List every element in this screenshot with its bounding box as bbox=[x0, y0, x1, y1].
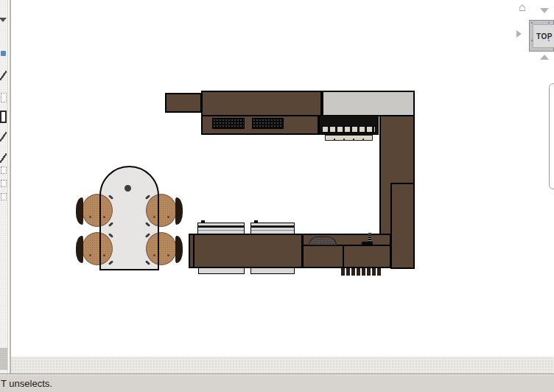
island-appliance-bottom[interactable] bbox=[198, 267, 245, 274]
island-appliance-bottom[interactable] bbox=[250, 267, 295, 274]
upper-cabinet-shallow[interactable] bbox=[165, 93, 202, 113]
tool-button-fragment[interactable] bbox=[0, 111, 7, 123]
dining-chair-back[interactable] bbox=[175, 236, 183, 263]
viewcube-corner-dot bbox=[531, 40, 533, 41]
range-grate[interactable] bbox=[322, 126, 376, 133]
right-counter-lower[interactable] bbox=[390, 183, 415, 269]
island-appliance-top[interactable] bbox=[197, 223, 245, 234]
tool-button-fragment[interactable] bbox=[0, 153, 7, 163]
island-end-panel-line bbox=[193, 234, 194, 267]
appliance-knob bbox=[201, 220, 205, 223]
right-counter-upper[interactable] bbox=[379, 115, 415, 184]
panel-separator[interactable] bbox=[7, 0, 11, 374]
tool-button-fragment[interactable] bbox=[0, 132, 7, 141]
tool-button-fragment[interactable] bbox=[1, 93, 7, 102]
island-appliance-top[interactable] bbox=[250, 223, 295, 234]
faucet-stem[interactable] bbox=[368, 233, 371, 242]
dining-chair-back[interactable] bbox=[76, 197, 83, 225]
appliance-knob bbox=[254, 220, 258, 223]
tool-button-fragment[interactable] bbox=[1, 167, 7, 174]
viewcube-corner-dot bbox=[531, 22, 533, 24]
dining-table-outline bbox=[99, 166, 159, 270]
range-tray[interactable] bbox=[325, 135, 373, 141]
home-icon[interactable]: ⌂ bbox=[519, 1, 526, 13]
panel-icon-fragment[interactable] bbox=[1, 51, 6, 56]
upper-cabinet-run[interactable] bbox=[201, 91, 322, 116]
viewcube[interactable]: TOP bbox=[529, 20, 554, 52]
vertical-scrollbar[interactable] bbox=[549, 83, 554, 189]
viewcube-top-face[interactable]: TOP bbox=[533, 24, 554, 48]
refrigerator[interactable] bbox=[322, 91, 415, 116]
revit-window: ⌂ TOP 1 : 100 ✕ bbox=[0, 0, 554, 392]
dining-chair-back[interactable] bbox=[76, 236, 83, 263]
viewcube-rotate-up-arrow-icon[interactable] bbox=[540, 8, 549, 13]
sink[interactable] bbox=[309, 237, 337, 245]
dining-chair-back[interactable] bbox=[175, 197, 183, 225]
status-bar: T unselects. bbox=[0, 374, 554, 392]
view-control-bar: 1 : 100 ✕ < bbox=[11, 357, 554, 374]
dropdown-arrow-icon[interactable] bbox=[0, 18, 7, 22]
table-centerpiece bbox=[125, 185, 131, 192]
viewcube-rotate-left-arrow-icon[interactable] bbox=[516, 30, 522, 38]
tool-button-fragment[interactable] bbox=[1, 193, 7, 200]
cabinet-inset[interactable] bbox=[212, 118, 245, 129]
island-counter[interactable] bbox=[189, 234, 303, 268]
left-panel-edge bbox=[0, 0, 7, 374]
viewcube-rotate-down-arrow-icon[interactable] bbox=[540, 55, 549, 60]
vent-grill[interactable] bbox=[341, 268, 382, 276]
cabinet-inset[interactable] bbox=[252, 118, 284, 129]
tool-button-fragment[interactable] bbox=[0, 71, 7, 80]
tool-button-fragment[interactable] bbox=[1, 180, 7, 187]
status-message: T unselects. bbox=[1, 378, 52, 389]
viewcube-corner-dot bbox=[548, 22, 550, 24]
viewcube-corner-dot bbox=[548, 40, 550, 41]
counter-division-line bbox=[343, 245, 344, 267]
panel-scroll-block[interactable] bbox=[0, 348, 7, 370]
